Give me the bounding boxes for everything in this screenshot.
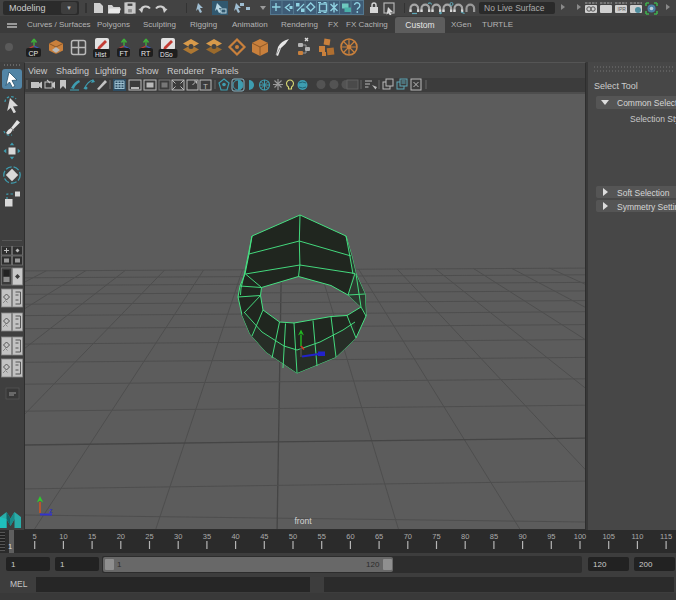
svg-text:15: 15 xyxy=(88,532,96,541)
svg-text:30: 30 xyxy=(174,532,182,541)
svg-text:CP: CP xyxy=(29,50,39,57)
svg-text:60: 60 xyxy=(346,532,354,541)
svg-text:70: 70 xyxy=(404,532,412,541)
svg-text:IPR: IPR xyxy=(618,6,627,12)
svg-text:5: 5 xyxy=(33,532,37,541)
svg-text:45: 45 xyxy=(260,532,268,541)
svg-text:RT: RT xyxy=(141,50,151,57)
svg-text:20: 20 xyxy=(117,532,125,541)
svg-text:FT: FT xyxy=(120,50,129,57)
svg-text:90: 90 xyxy=(518,532,526,541)
svg-text:75: 75 xyxy=(432,532,440,541)
svg-text:65: 65 xyxy=(375,532,383,541)
svg-text:z: z xyxy=(49,507,53,514)
svg-text:10: 10 xyxy=(59,532,67,541)
svg-text:95: 95 xyxy=(547,532,555,541)
svg-text:front: front xyxy=(294,516,312,526)
svg-text:85: 85 xyxy=(490,532,498,541)
svg-text:DSo: DSo xyxy=(160,51,173,58)
svg-text:25: 25 xyxy=(145,532,153,541)
svg-text:115: 115 xyxy=(660,532,672,541)
svg-text:Hist: Hist xyxy=(95,51,106,58)
svg-text:105: 105 xyxy=(602,532,615,541)
svg-text:100: 100 xyxy=(574,532,587,541)
svg-text:40: 40 xyxy=(231,532,239,541)
svg-text:110: 110 xyxy=(631,532,643,541)
svg-text:T: T xyxy=(203,82,208,91)
svg-text:55: 55 xyxy=(318,532,326,541)
svg-text:35: 35 xyxy=(203,532,211,541)
svg-text:80: 80 xyxy=(461,532,469,541)
svg-text:50: 50 xyxy=(289,532,297,541)
